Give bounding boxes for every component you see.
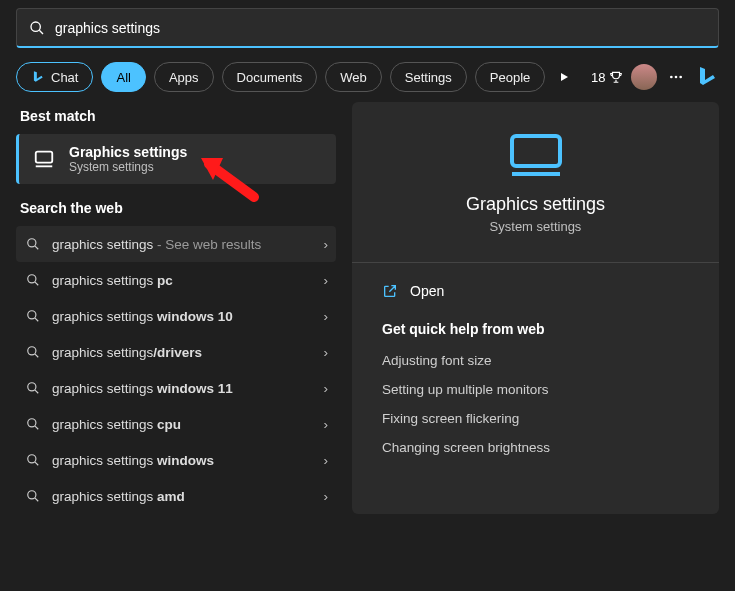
web-result-text: graphics settings cpu xyxy=(52,417,312,432)
svg-point-3 xyxy=(675,76,678,79)
svg-line-20 xyxy=(35,462,38,465)
search-icon xyxy=(26,381,40,395)
search-input[interactable] xyxy=(55,20,706,36)
filter-settings[interactable]: Settings xyxy=(390,62,467,92)
svg-point-15 xyxy=(28,383,36,391)
rewards-count: 18 xyxy=(591,70,605,85)
rewards-points[interactable]: 18 xyxy=(591,70,623,85)
open-label: Open xyxy=(410,283,444,299)
search-icon xyxy=(26,489,40,503)
help-link[interactable]: Setting up multiple monitors xyxy=(382,382,689,397)
trophy-icon xyxy=(609,70,623,84)
best-match-header: Best match xyxy=(20,108,336,124)
svg-point-17 xyxy=(28,419,36,427)
monitor-large-icon xyxy=(508,132,564,176)
help-link[interactable]: Adjusting font size xyxy=(382,353,689,368)
user-avatar[interactable] xyxy=(631,62,657,92)
filter-all[interactable]: All xyxy=(101,62,145,92)
web-result-item[interactable]: graphics settings - See web results› xyxy=(16,226,336,262)
chevron-right-icon: › xyxy=(324,273,329,288)
svg-line-22 xyxy=(35,498,38,501)
help-links-list: Adjusting font sizeSetting up multiple m… xyxy=(382,353,689,455)
svg-rect-5 xyxy=(36,152,53,163)
chevron-right-icon: › xyxy=(324,237,329,252)
web-result-item[interactable]: graphics settings pc› xyxy=(16,262,336,298)
bing-icon xyxy=(31,70,45,84)
svg-point-2 xyxy=(670,76,673,79)
svg-point-11 xyxy=(28,311,36,319)
svg-point-21 xyxy=(28,491,36,499)
open-button[interactable]: Open xyxy=(382,283,689,299)
svg-line-16 xyxy=(35,390,38,393)
web-result-text: graphics settings/drivers xyxy=(52,345,312,360)
svg-point-19 xyxy=(28,455,36,463)
help-header: Get quick help from web xyxy=(382,321,689,337)
svg-point-7 xyxy=(28,239,36,247)
best-match-subtitle: System settings xyxy=(69,160,187,174)
web-result-text: graphics settings - See web results xyxy=(52,237,312,252)
web-result-text: graphics settings amd xyxy=(52,489,312,504)
search-icon xyxy=(26,309,40,323)
divider xyxy=(352,262,719,263)
svg-point-0 xyxy=(31,22,40,31)
svg-line-14 xyxy=(35,354,38,357)
help-link[interactable]: Changing screen brightness xyxy=(382,440,689,455)
search-icon xyxy=(29,20,45,36)
results-column: Best match Graphics settings System sett… xyxy=(16,102,336,514)
chevron-right-icon: › xyxy=(324,489,329,504)
search-icon xyxy=(26,237,40,251)
web-result-text: graphics settings windows 10 xyxy=(52,309,312,324)
svg-rect-23 xyxy=(512,136,560,166)
filter-web[interactable]: Web xyxy=(325,62,382,92)
search-icon xyxy=(26,417,40,431)
svg-point-13 xyxy=(28,347,36,355)
filter-row: Chat All Apps Documents Web Settings Peo… xyxy=(16,62,719,92)
svg-point-9 xyxy=(28,275,36,283)
more-button[interactable] xyxy=(665,62,687,92)
filter-apps[interactable]: Apps xyxy=(154,62,214,92)
search-bar[interactable] xyxy=(16,8,719,48)
preview-panel: Graphics settings System settings Open G… xyxy=(352,102,719,514)
chevron-right-icon: › xyxy=(324,381,329,396)
web-result-text: graphics settings pc xyxy=(52,273,312,288)
preview-subtitle: System settings xyxy=(382,219,689,234)
svg-line-18 xyxy=(35,426,38,429)
chevron-right-icon: › xyxy=(324,309,329,324)
search-icon xyxy=(26,453,40,467)
web-result-item[interactable]: graphics settings cpu› xyxy=(16,406,336,442)
svg-line-10 xyxy=(35,282,38,285)
monitor-icon xyxy=(33,148,55,170)
chevron-right-icon: › xyxy=(324,453,329,468)
annotation-arrow-icon xyxy=(199,152,259,202)
web-result-text: graphics settings windows 11 xyxy=(52,381,312,396)
svg-line-8 xyxy=(35,246,38,249)
bing-button[interactable] xyxy=(695,62,719,92)
avatar-image xyxy=(631,64,657,90)
open-icon xyxy=(382,283,398,299)
web-result-item[interactable]: graphics settings/drivers› xyxy=(16,334,336,370)
web-result-item[interactable]: graphics settings windows 11› xyxy=(16,370,336,406)
svg-line-12 xyxy=(35,318,38,321)
filter-people[interactable]: People xyxy=(475,62,545,92)
bing-logo-icon xyxy=(695,65,719,89)
svg-line-1 xyxy=(39,30,43,34)
preview-title: Graphics settings xyxy=(382,194,689,215)
chevron-right-icon: › xyxy=(324,345,329,360)
web-result-text: graphics settings windows xyxy=(52,453,312,468)
best-match-card[interactable]: Graphics settings System settings xyxy=(16,134,336,184)
chevron-right-icon: › xyxy=(324,417,329,432)
best-match-title: Graphics settings xyxy=(69,144,187,160)
play-icon xyxy=(558,71,570,83)
filter-documents[interactable]: Documents xyxy=(222,62,318,92)
help-link[interactable]: Fixing screen flickering xyxy=(382,411,689,426)
search-icon xyxy=(26,273,40,287)
web-result-item[interactable]: graphics settings amd› xyxy=(16,478,336,514)
chat-label: Chat xyxy=(51,70,78,85)
chat-pill[interactable]: Chat xyxy=(16,62,93,92)
play-button[interactable] xyxy=(553,62,575,92)
ellipsis-icon xyxy=(668,69,684,85)
svg-point-4 xyxy=(680,76,683,79)
web-result-item[interactable]: graphics settings windows 10› xyxy=(16,298,336,334)
web-result-item[interactable]: graphics settings windows› xyxy=(16,442,336,478)
web-results-list: graphics settings - See web results›grap… xyxy=(16,226,336,514)
